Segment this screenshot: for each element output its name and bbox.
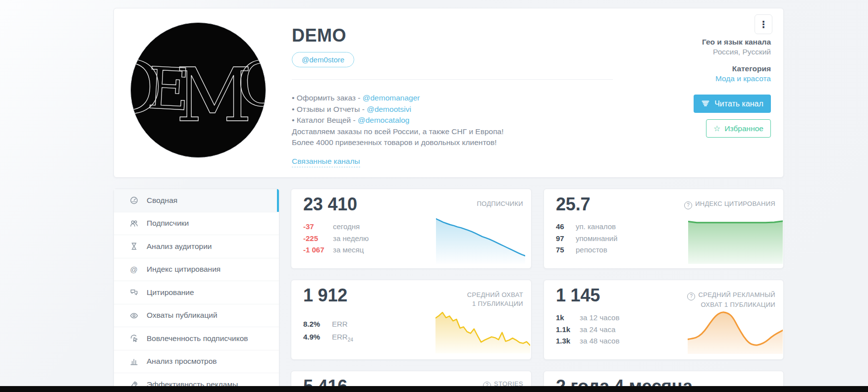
citation-index-card: 25.7 ?ИНДЕКС ЦИТИРОВАНИЯ 46уп. каналов 9… — [543, 189, 784, 269]
geo-language-value: Россия, Русский — [607, 47, 771, 57]
divider — [292, 79, 613, 80]
citation-index-sparkline — [688, 220, 783, 264]
description-line: • Оформить заказ - @demomanager — [292, 93, 504, 104]
gauge-icon — [129, 196, 139, 204]
quote-icon — [129, 288, 139, 296]
subscribers-value: 23 410 — [303, 194, 357, 215]
geo-language-label: Гео и язык канала — [607, 37, 771, 47]
page: I D E M O DEMO @dem0store • Оформить зак… — [0, 0, 868, 392]
description-line: • Каталог Вещей - @democatalog — [292, 115, 504, 126]
favorite-button[interactable]: ☆ Избранное — [706, 119, 771, 138]
ad-reach-stats: 1kза 12 часов 1.1kза 24 часа 1.3kза 48 ч… — [556, 312, 619, 347]
citation-index-value: 25.7 — [556, 194, 590, 215]
avg-ad-reach-value: 1 145 — [556, 285, 600, 306]
channel-handle-badge[interactable]: @dem0store — [292, 52, 354, 67]
sidebar-item-citations[interactable]: Цитирование — [114, 281, 279, 304]
help-icon[interactable]: ? — [684, 201, 692, 209]
help-icon[interactable]: ? — [687, 293, 695, 300]
channel-nav-sidebar: Сводная Подписчики Анализ аудитории @ Ин… — [113, 189, 279, 392]
avatar-letter: O — [235, 52, 266, 117]
description-link[interactable]: @democatalog — [358, 116, 410, 124]
channel-avatar: I D E M O — [130, 22, 266, 158]
avg-ad-reach-card-label: ?СРЕДНИЙ РЕКЛАМНЫЙ ОХВАТ 1 ПУБЛИКАЦИИ — [687, 291, 775, 309]
more-options-button[interactable]: ⋮ — [755, 14, 772, 34]
category-label: Категория — [607, 64, 771, 74]
sidebar-item-subscribers[interactable]: Подписчики — [114, 212, 279, 236]
hourglass-icon — [129, 242, 139, 250]
users-icon — [129, 219, 139, 228]
channel-description: • Оформить заказ - @demomanager • Отзывы… — [292, 93, 504, 148]
category-value-link[interactable]: Мода и красота — [607, 74, 771, 84]
channel-title: DEMO — [292, 25, 346, 46]
avg-post-reach-card-label: СРЕДНИЙ ОХВАТ 1 ПУБЛИКАЦИИ — [467, 291, 523, 308]
bottom-black-strip — [0, 386, 868, 392]
eye-icon — [129, 311, 139, 320]
channel-meta: Гео и язык канала Россия, Русский Катего… — [607, 37, 771, 138]
subscribers-deltas: -37сегодня -225за неделю -1 067за месяц — [303, 221, 369, 256]
avg-ad-reach-sparkline — [688, 310, 783, 354]
description-line: Доставляем заказы по всей России, а такж… — [292, 126, 504, 138]
sidebar-item-summary[interactable]: Сводная — [114, 189, 279, 212]
sidebar-item-views-analysis[interactable]: Анализ просмотров — [114, 350, 279, 374]
pointer-icon — [129, 334, 139, 343]
related-channels-link[interactable]: Связанные каналы — [292, 157, 360, 167]
at-icon: @ — [129, 265, 139, 274]
avg-post-reach-card: 1 912 СРЕДНИЙ ОХВАТ 1 ПУБЛИКАЦИИ 8.2%ERR… — [291, 280, 532, 360]
sidebar-item-citation-index[interactable]: @ Индекс цитирования — [114, 258, 279, 282]
star-icon: ☆ — [713, 125, 720, 133]
sidebar-item-engagement[interactable]: Вовлеченность подписчиков — [114, 327, 279, 350]
citation-index-card-label: ?ИНДЕКС ЦИТИРОВАНИЯ — [684, 199, 775, 209]
sidebar-item-post-reach[interactable]: Охваты публикаций — [114, 304, 279, 328]
citation-index-stats: 46уп. каналов 97упоминаний 75репостов — [556, 221, 617, 256]
read-channel-button[interactable]: Читать канал — [694, 95, 771, 113]
err-stats: 8.2%ERR 4.9%ERR24 — [303, 318, 353, 346]
description-link[interactable]: @demomanager — [363, 94, 420, 102]
description-line: Более 4000 привезенных товаров и довольн… — [292, 137, 504, 148]
kebab-menu-icon: ⋮ — [759, 19, 768, 30]
subscribers-card-label: ПОДПИСЧИКИ — [477, 199, 523, 208]
subscribers-sparkline — [436, 218, 525, 264]
channel-profile-card: I D E M O DEMO @dem0store • Оформить зак… — [113, 8, 784, 178]
description-link[interactable]: @demootsivi — [367, 105, 411, 113]
read-channel-icon — [701, 100, 710, 107]
avg-post-reach-sparkline — [435, 310, 530, 353]
bar-chart-icon — [129, 357, 139, 366]
description-line: • Отзывы и Отчеты - @demootsivi — [292, 104, 504, 115]
avg-ad-reach-card: 1 145 ?СРЕДНИЙ РЕКЛАМНЫЙ ОХВАТ 1 ПУБЛИКА… — [543, 280, 784, 360]
sidebar-item-audience-analysis[interactable]: Анализ аудитории — [114, 235, 279, 258]
avg-post-reach-value: 1 912 — [303, 285, 347, 306]
subscribers-card: 23 410 ПОДПИСЧИКИ -37сегодня -225за неде… — [291, 189, 532, 269]
